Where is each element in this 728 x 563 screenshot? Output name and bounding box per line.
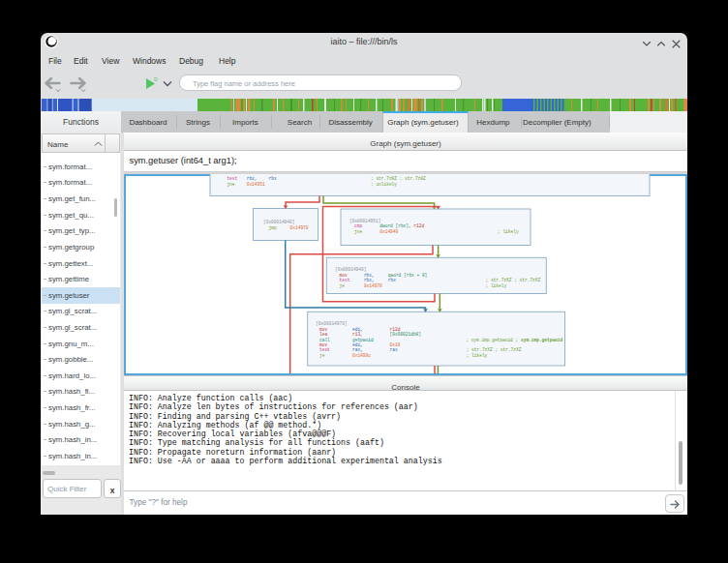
svg-text:[0x00014951]: [0x00014951] — [349, 218, 380, 222]
svg-text:mov: mov — [340, 272, 348, 277]
svg-text:edi,: edi, — [352, 341, 363, 346]
svg-text:; str.7z8Z ; str.7z8Z: ; str.7z8Z ; str.7z8Z — [371, 176, 426, 181]
svg-text:[0x00014948]: [0x00014948] — [335, 266, 366, 271]
svg-text:; str.7zXZ ; str.7zXZ: ; str.7zXZ ; str.7zXZ — [467, 347, 522, 352]
svg-text:lea: lea — [319, 332, 327, 337]
svg-text:; likely: ; likely — [467, 352, 488, 357]
svg-text:r12d: r12d — [413, 223, 424, 228]
svg-text:; likely: ; likely — [498, 229, 519, 234]
svg-text:call: call — [319, 337, 330, 341]
svg-text:D: D — [154, 76, 158, 82]
svg-text:rbx: rbx — [269, 176, 277, 181]
svg-text:; sym.imp.getpwuid ;: ; sym.imp.getpwuid ; — [466, 337, 518, 341]
svg-text:0x14970: 0x14970 — [290, 225, 309, 230]
svg-text:mov: mov — [319, 326, 327, 331]
svg-text:r12d: r12d — [390, 326, 401, 331]
svg-text:jmp: jmp — [269, 225, 277, 230]
svg-text:je: je — [319, 352, 325, 357]
svg-text:test: test — [340, 278, 350, 282]
svg-text:rbx: rbx — [388, 278, 396, 282]
svg-text:dword [rbx],: dword [rbx], — [379, 223, 410, 228]
svg-text:edi,: edi, — [352, 326, 363, 331]
svg-text:cmp: cmp — [354, 223, 362, 228]
svg-text:getpwuid: getpwuid — [352, 337, 374, 341]
svg-text:rax: rax — [390, 347, 398, 352]
svg-text:je: je — [340, 283, 346, 288]
svg-text:rbx,: rbx, — [364, 278, 375, 282]
svg-text:; likely: ; likely — [486, 283, 507, 288]
svg-text:mov: mov — [319, 341, 327, 346]
svg-text:sym.imp.getpwuid: sym.imp.getpwuid — [521, 337, 563, 341]
svg-text:jne: jne — [227, 182, 234, 187]
svg-text:0x14948: 0x14948 — [379, 229, 398, 234]
svg-text:[0x00014940]: [0x00014940] — [263, 220, 294, 224]
svg-text:0x1499c: 0x1499c — [352, 352, 371, 357]
svg-text:0x18: 0x18 — [390, 341, 401, 346]
svg-text:jne: jne — [354, 229, 362, 234]
svg-text:test: test — [227, 176, 237, 181]
svg-text:[0x00021db8]: [0x00021db8] — [390, 332, 421, 337]
svg-text:rbx,: rbx, — [364, 272, 375, 277]
svg-text:qword [rbx + 8]: qword [rbx + 8] — [388, 272, 428, 277]
svg-text:rax,: rax, — [352, 347, 363, 352]
svg-text:test: test — [319, 347, 330, 352]
svg-text:rbx,: rbx, — [247, 176, 258, 181]
svg-text:r13,: r13, — [352, 332, 363, 337]
svg-text:[0x00014970]: [0x00014970] — [316, 321, 347, 326]
svg-text:; unlikely: ; unlikely — [371, 182, 397, 187]
svg-text:0x14951: 0x14951 — [247, 182, 265, 187]
svg-text:; str.7zXZ ; str.7zXZ: ; str.7zXZ ; str.7zXZ — [486, 278, 541, 282]
svg-text:0x14970: 0x14970 — [364, 283, 382, 288]
